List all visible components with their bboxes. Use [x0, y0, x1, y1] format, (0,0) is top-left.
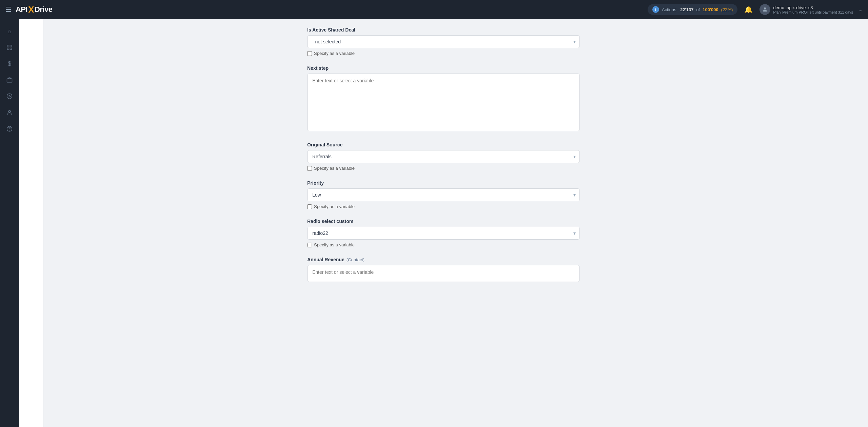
svg-point-0: [764, 7, 766, 9]
radio-select-custom-label: Radio select custom: [307, 219, 580, 224]
user-plan: Plan |Premium PRO| left until payment 31…: [773, 10, 853, 14]
priority-section: Priority Low ▾ Specify as a variable: [307, 180, 580, 209]
actions-total: 100'000: [703, 7, 718, 12]
annual-revenue-label: Annual Revenue (Contact): [307, 257, 580, 262]
radio-select-custom-specify-label[interactable]: Specify as a variable: [314, 242, 355, 247]
sidebar-item-play[interactable]: [3, 89, 16, 103]
radio-select-custom-section: Radio select custom radio22 ▾ Specify as…: [307, 219, 580, 247]
logo-x: X: [28, 4, 34, 15]
actions-of: of: [696, 7, 700, 12]
annual-revenue-section: Annual Revenue (Contact): [307, 257, 580, 283]
user-section: demo_apix-drive_s3 Plan |Premium PRO| le…: [760, 4, 863, 15]
svg-rect-4: [10, 48, 12, 50]
next-step-section: Next step: [307, 65, 580, 133]
svg-rect-1: [7, 45, 9, 47]
radio-select-custom-wrapper: radio22 ▾: [307, 227, 580, 240]
sidebar-item-home[interactable]: ⌂: [3, 24, 16, 38]
priority-wrapper: Low ▾: [307, 188, 580, 201]
sidebar-item-billing[interactable]: $: [3, 57, 16, 70]
user-avatar: [760, 4, 770, 15]
radio-select-custom-specify: Specify as a variable: [307, 242, 580, 247]
actions-percent: (22%): [721, 7, 733, 12]
original-source-select[interactable]: Referrals: [307, 150, 580, 163]
main-content: Is Active Shared Deal - not selected - ▾…: [19, 19, 868, 427]
info-icon: i: [652, 6, 659, 13]
sidebar-item-grid[interactable]: [3, 41, 16, 54]
actions-count: 22'137: [680, 7, 693, 12]
user-dropdown-icon[interactable]: ⌄: [859, 7, 863, 12]
sidebar-item-user[interactable]: [3, 106, 16, 119]
is-active-shared-deal-checkbox[interactable]: [307, 51, 312, 56]
actions-label: Actions:: [662, 7, 677, 12]
priority-specify: Specify as a variable: [307, 204, 580, 209]
is-active-shared-deal-wrapper: - not selected - ▾: [307, 35, 580, 48]
original-source-section: Original Source Referrals ▾ Specify as a…: [307, 142, 580, 171]
is-active-shared-deal-specify-label[interactable]: Specify as a variable: [314, 51, 355, 56]
user-info: demo_apix-drive_s3 Plan |Premium PRO| le…: [773, 5, 853, 14]
annual-revenue-textarea[interactable]: [307, 265, 580, 282]
left-panel: [19, 19, 43, 427]
original-source-checkbox[interactable]: [307, 166, 312, 171]
logo-drive: Drive: [35, 5, 53, 14]
is-active-shared-deal-select[interactable]: - not selected -: [307, 35, 580, 48]
topbar: ☰ APIXDrive i Actions: 22'137 of 100'000…: [0, 0, 868, 19]
next-step-label: Next step: [307, 65, 580, 71]
annual-revenue-sub-label: (Contact): [347, 257, 364, 262]
radio-select-custom-select[interactable]: radio22: [307, 227, 580, 240]
original-source-specify: Specify as a variable: [307, 166, 580, 171]
is-active-shared-deal-label: Is Active Shared Deal: [307, 27, 580, 33]
logo-api: API: [16, 5, 27, 14]
logo: APIXDrive: [16, 4, 53, 15]
bell-icon[interactable]: 🔔: [744, 5, 753, 14]
is-active-shared-deal-section: Is Active Shared Deal - not selected - ▾…: [307, 27, 580, 56]
is-active-shared-deal-specify: Specify as a variable: [307, 51, 580, 56]
svg-point-6: [7, 94, 12, 99]
sidebar-item-help[interactable]: [3, 122, 16, 136]
original-source-specify-label[interactable]: Specify as a variable: [314, 166, 355, 171]
radio-select-custom-checkbox[interactable]: [307, 243, 312, 247]
svg-point-10: [9, 130, 10, 130]
svg-rect-2: [10, 45, 12, 47]
svg-rect-5: [7, 79, 12, 82]
priority-checkbox[interactable]: [307, 204, 312, 209]
original-source-wrapper: Referrals ▾: [307, 150, 580, 163]
svg-marker-7: [9, 95, 11, 97]
sidebar: ⌂ $: [0, 19, 19, 427]
svg-rect-3: [7, 48, 9, 50]
priority-label: Priority: [307, 180, 580, 186]
sidebar-item-briefcase[interactable]: [3, 73, 16, 87]
priority-specify-label[interactable]: Specify as a variable: [314, 204, 355, 209]
original-source-label: Original Source: [307, 142, 580, 147]
svg-point-8: [8, 110, 11, 113]
menu-icon[interactable]: ☰: [5, 5, 12, 14]
actions-badge: i Actions: 22'137 of 100'000 (22%): [648, 4, 738, 15]
content-area: Is Active Shared Deal - not selected - ▾…: [291, 19, 596, 301]
next-step-textarea[interactable]: [307, 74, 580, 131]
user-name: demo_apix-drive_s3: [773, 5, 853, 10]
priority-select[interactable]: Low: [307, 188, 580, 201]
